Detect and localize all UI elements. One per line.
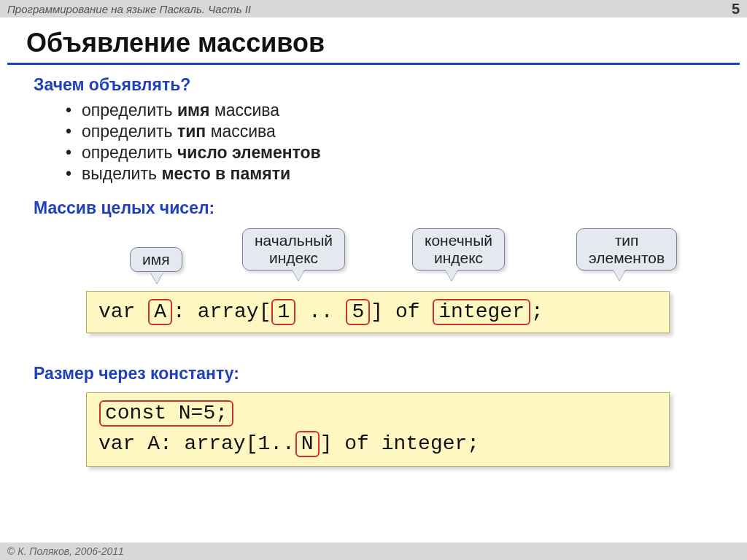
callout-tail	[613, 269, 626, 281]
code-highlight-A: A	[148, 299, 172, 325]
code-highlight-1: 1	[271, 299, 295, 325]
section-int-heading: Массив целых чисел:	[34, 198, 747, 218]
array-declaration-diagram: имя начальный индекс конечный индекс тип…	[0, 228, 747, 359]
section-why-heading: Зачем объявлять?	[34, 75, 747, 95]
callout-tail	[445, 269, 458, 281]
copyright-icon: ©	[7, 545, 15, 557]
bullet-suffix: массива	[210, 101, 280, 120]
list-item: определить тип массива	[66, 122, 747, 141]
callout-tail	[150, 272, 163, 284]
section-const-heading: Размер через константу:	[34, 364, 747, 384]
list-item: определить число элементов	[66, 143, 747, 163]
code-highlight-const: const N=5;	[99, 400, 233, 427]
callout-start-index: начальный индекс	[242, 228, 345, 271]
footer-bar: © К. Поляков, 2006-2011	[0, 542, 747, 560]
code-text: ] of	[371, 300, 432, 323]
code-text: var	[98, 300, 147, 323]
code-text: var A: array[1..	[98, 432, 295, 455]
list-item: определить имя массива	[66, 101, 747, 120]
callout-tail	[292, 269, 305, 281]
callout-end-index: конечный индекс	[412, 228, 505, 271]
doc-title: Программирование на языке Паскаль. Часть…	[7, 3, 251, 15]
code-text: ] of integer;	[320, 432, 479, 455]
why-bullets: определить имя массива определить тип ма…	[66, 101, 747, 184]
page-number: 5	[732, 1, 740, 18]
bullet-prefix: выделить	[82, 164, 161, 183]
code-highlight-N: N	[295, 431, 320, 457]
slide-title: Объявление массивов	[26, 28, 747, 58]
bullet-prefix: определить	[82, 101, 177, 120]
code-text: : array[	[173, 300, 271, 323]
code-box-const: const N=5; var A: array[1..N] of integer…	[86, 392, 670, 467]
code-text: ;	[531, 300, 543, 323]
header-bar: Программирование на языке Паскаль. Часть…	[0, 0, 747, 18]
code-highlight-5: 5	[346, 299, 370, 325]
footer-copyright: К. Поляков, 2006-2011	[18, 545, 123, 557]
bullet-bold: место в памяти	[161, 164, 290, 183]
callout-name: имя	[130, 247, 182, 272]
bullet-prefix: определить	[82, 143, 177, 162]
bullet-suffix: массива	[206, 122, 276, 141]
bullet-bold: число элементов	[177, 143, 321, 162]
code-highlight-integer: integer	[433, 299, 530, 325]
code-box-array: var A: array[1 .. 5] of integer;	[86, 291, 670, 333]
title-rule	[7, 63, 740, 65]
list-item: выделить место в памяти	[66, 164, 747, 184]
callout-elem-type: тип элементов	[576, 228, 677, 271]
bullet-bold: имя	[177, 101, 210, 120]
bullet-prefix: определить	[82, 122, 177, 141]
code-text: ..	[296, 300, 345, 323]
bullet-bold: тип	[177, 122, 206, 141]
